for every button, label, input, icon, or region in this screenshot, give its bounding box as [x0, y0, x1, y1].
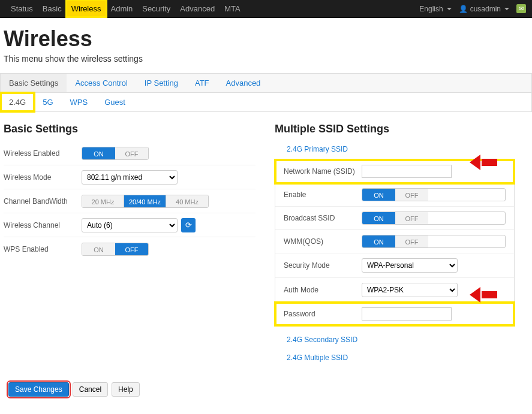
toggle-off[interactable]: OFF — [115, 147, 148, 159]
wps-enabled-label: WPS Enabled — [4, 245, 82, 253]
chevron-down-icon — [504, 8, 509, 10]
page-subtitle: This menu show the wireless settings — [4, 54, 528, 64]
toggle-on[interactable]: ON — [82, 147, 115, 159]
tab-wps[interactable]: WPS — [62, 93, 97, 111]
tab-ip-setting[interactable]: IP Setting — [136, 74, 187, 92]
bw-2040[interactable]: 20/40 MHz — [124, 195, 166, 207]
nav-security[interactable]: Security — [137, 1, 175, 17]
row-wireless-mode: Wireless Mode 802.11 g/n mixed — [4, 165, 256, 189]
wireless-channel-label: Wireless Channel — [4, 221, 82, 229]
language-selector[interactable]: English — [419, 5, 451, 13]
save-changes-button[interactable]: Save Changes — [8, 382, 69, 397]
bandwidth-segmented[interactable]: 20 MHz 20/40 MHz 40 MHz — [82, 195, 209, 208]
row-broadcast-ssid: Broadcast SSID ON OFF — [275, 207, 514, 230]
nav-mta[interactable]: MTA — [220, 1, 245, 17]
arrow-annotation-icon — [476, 289, 497, 301]
wmm-label: WMM(QOS) — [284, 237, 362, 246]
cancel-button[interactable]: Cancel — [73, 382, 108, 397]
wireless-enabled-label: Wireless Enabled — [4, 149, 82, 158]
row-wps-enabled: WPS Enabled ON OFF — [4, 237, 256, 261]
nav-wireless[interactable]: Wireless — [67, 1, 106, 17]
mail-icon[interactable]: ✉ — [516, 4, 526, 13]
tab-basic-settings[interactable]: Basic Settings — [1, 74, 67, 92]
security-mode-select[interactable]: WPA-Personal — [362, 258, 458, 273]
username-label: cusadmin — [470, 5, 501, 13]
broadcast-toggle[interactable]: ON OFF — [362, 211, 506, 225]
tab-advanced[interactable]: Advanced — [218, 74, 269, 92]
tab-2-4g[interactable]: 2.4G — [1, 93, 34, 111]
toggle-off[interactable]: OFF — [115, 243, 148, 255]
toggle-on[interactable]: ON — [362, 235, 395, 247]
toggle-on[interactable]: ON — [362, 212, 395, 224]
multiple-ssid-link[interactable]: 2.4G Multiple SSID — [275, 350, 515, 368]
toggle-on[interactable]: ON — [82, 243, 115, 255]
tab-5g[interactable]: 5G — [34, 93, 61, 111]
nav-advanced[interactable]: Advanced — [175, 1, 220, 17]
row-password: Password — [275, 303, 514, 325]
nav-status[interactable]: Status — [6, 1, 38, 17]
topnav-menu: Status Basic Wireless Admin Security Adv… — [6, 1, 245, 17]
broadcast-ssid-label: Broadcast SSID — [284, 214, 362, 222]
wireless-mode-label: Wireless Mode — [4, 173, 82, 182]
tab-atf[interactable]: ATF — [187, 74, 218, 92]
footer-actions: Save Changes Cancel Help — [0, 370, 532, 409]
help-button[interactable]: Help — [112, 382, 140, 397]
bw-20[interactable]: 20 MHz — [82, 195, 124, 207]
row-security-mode: Security Mode WPA-Personal — [275, 253, 514, 278]
wireless-enabled-toggle[interactable]: ON OFF — [82, 147, 149, 160]
secondary-ssid-link[interactable]: 2.4G Secondary SSID — [275, 326, 515, 350]
toggle-off[interactable]: OFF — [395, 235, 428, 247]
wireless-channel-select[interactable]: Auto (6) — [82, 218, 178, 232]
wps-enabled-toggle[interactable]: ON OFF — [82, 243, 149, 256]
wireless-mode-select[interactable]: 802.11 g/n mixed — [82, 170, 178, 185]
tab-access-control[interactable]: Access Control — [67, 74, 136, 92]
tabs-primary: Basic Settings Access Control IP Setting… — [0, 73, 532, 93]
page-header: Wireless This menu show the wireless set… — [0, 18, 532, 68]
row-channel-bandwidth: Channel BandWidth 20 MHz 20/40 MHz 40 MH… — [4, 189, 256, 213]
refresh-icon: ⟳ — [185, 220, 192, 229]
tab-guest[interactable]: Guest — [96, 93, 134, 111]
toggle-off[interactable]: OFF — [395, 189, 428, 201]
nav-basic[interactable]: Basic — [38, 1, 67, 17]
multiple-ssid-section: Multiple SSID Settings 2.4G Primary SSID… — [275, 119, 515, 368]
row-enable: Enable ON OFF — [275, 183, 514, 207]
basic-settings-section: Basic Settings Wireless Enabled ON OFF W… — [4, 119, 256, 368]
user-icon: 👤 — [459, 5, 468, 13]
refresh-channel-button[interactable]: ⟳ — [181, 218, 196, 232]
arrow-annotation-icon — [476, 156, 497, 168]
enable-toggle[interactable]: ON OFF — [362, 188, 506, 201]
channel-bandwidth-label: Channel BandWidth — [4, 197, 82, 206]
wmm-toggle[interactable]: ON OFF — [362, 235, 506, 248]
top-nav: Status Basic Wireless Admin Security Adv… — [0, 0, 532, 18]
row-wmm: WMM(QOS) ON OFF — [275, 230, 514, 253]
password-input[interactable] — [362, 307, 452, 321]
row-wireless-channel: Wireless Channel Auto (6) ⟳ — [4, 213, 256, 237]
page-title: Wireless — [4, 26, 528, 52]
multiple-ssid-heading: Multiple SSID Settings — [275, 123, 515, 135]
bw-40[interactable]: 40 MHz — [166, 195, 208, 207]
chevron-down-icon — [447, 8, 452, 10]
toggle-on[interactable]: ON — [362, 189, 395, 201]
basic-settings-heading: Basic Settings — [4, 123, 256, 135]
tabs-band: 2.4G 5G WPS Guest — [0, 93, 532, 112]
row-wireless-enabled: Wireless Enabled ON OFF — [4, 141, 256, 165]
enable-label: Enable — [284, 191, 362, 199]
toggle-off[interactable]: OFF — [395, 212, 428, 224]
language-label: English — [419, 5, 443, 13]
password-label: Password — [284, 310, 362, 318]
user-menu[interactable]: 👤 cusadmin — [459, 5, 509, 13]
nav-admin[interactable]: Admin — [106, 1, 138, 17]
network-name-input[interactable] — [362, 165, 452, 178]
security-mode-label: Security Mode — [284, 261, 362, 270]
network-name-label: Network Name (SSID) — [284, 167, 362, 176]
auth-mode-label: Auth Mode — [284, 286, 362, 294]
auth-mode-select[interactable]: WPA2-PSK — [362, 283, 458, 297]
